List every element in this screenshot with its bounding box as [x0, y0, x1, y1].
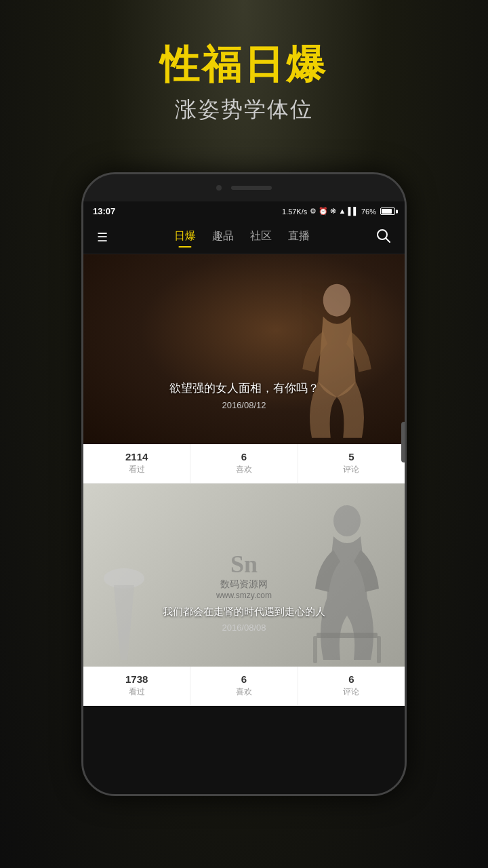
- content-area[interactable]: 欲望强的女人面相，有你吗？ 2016/08/12 2114 看过 6 喜欢: [83, 254, 405, 794]
- svg-rect-5: [313, 636, 317, 663]
- article-date-2: 2016/08/08: [83, 623, 405, 633]
- svg-point-2: [323, 283, 351, 316]
- status-icons: ⚙ ⏰ ❋ ▲ ▌▌: [310, 207, 359, 216]
- app-title-main: 性福日爆: [0, 41, 488, 88]
- phone-screen: 13:07 1.57K/s ⚙ ⏰ ❋ ▲ ▌▌ 76% ☰ 日爆 趣品 社区: [83, 201, 405, 794]
- stat-views-number-1: 2114: [125, 451, 148, 462]
- stat-comments-label-2: 评论: [343, 686, 359, 698]
- article-text-overlay-1: 欲望强的女人面相，有你吗？ 2016/08/12: [83, 380, 405, 410]
- phone-top-bar: [83, 174, 405, 201]
- article-text-overlay-2: 我们都会在走肾的时代遇到走心的人 2016/08/08: [83, 606, 405, 633]
- article-card-1[interactable]: 欲望强的女人面相，有你吗？ 2016/08/12 2114 看过 6 喜欢: [83, 254, 405, 484]
- stat-likes-1: 6 喜欢: [190, 444, 298, 483]
- svg-rect-6: [377, 636, 381, 663]
- tab-shequ[interactable]: 社区: [250, 229, 272, 246]
- tab-ribao[interactable]: 日爆: [174, 229, 196, 246]
- article-card-2[interactable]: Sn 数码资源网 www.smzy.com: [83, 484, 405, 706]
- battery-icon: [380, 208, 395, 215]
- camera-dot: [216, 185, 222, 191]
- speaker-bar: [231, 186, 272, 190]
- article-image-2: Sn 数码资源网 www.smzy.com: [83, 484, 405, 667]
- watermark-logo: Sn: [216, 550, 272, 578]
- stat-comments-label-1: 评论: [343, 464, 359, 475]
- article-image-1: 欲望强的女人面相，有你吗？ 2016/08/12: [83, 254, 405, 444]
- status-network: 1.57K/s: [282, 208, 307, 216]
- status-bar: 13:07 1.57K/s ⚙ ⏰ ❋ ▲ ▌▌ 76%: [83, 201, 405, 222]
- stat-views-number-2: 1738: [125, 673, 148, 685]
- side-button: [401, 422, 407, 462]
- stat-comments-2: 6 评论: [298, 667, 405, 705]
- stats-row-2: 1738 看过 6 喜欢 6 评论: [83, 667, 405, 706]
- nav-bar: ☰ 日爆 趣品 社区 直播: [83, 222, 405, 254]
- phone-container: 13:07 1.57K/s ⚙ ⏰ ❋ ▲ ▌▌ 76% ☰ 日爆 趣品 社区: [0, 172, 488, 796]
- stat-comments-number-1: 5: [348, 451, 354, 462]
- svg-line-1: [386, 238, 390, 242]
- stat-likes-number-2: 6: [241, 673, 247, 685]
- menu-icon[interactable]: ☰: [90, 230, 115, 245]
- status-time: 13:07: [93, 206, 115, 216]
- stat-views-label-2: 看过: [129, 686, 145, 698]
- figure-svg-2: [303, 504, 391, 667]
- tab-qupin[interactable]: 趣品: [212, 229, 234, 246]
- nav-tabs: 日爆 趣品 社区 直播: [115, 229, 369, 246]
- stat-likes-2: 6 喜欢: [190, 667, 298, 705]
- stat-likes-label-2: 喜欢: [236, 686, 252, 698]
- tab-zhibo[interactable]: 直播: [288, 229, 310, 246]
- stats-row-1: 2114 看过 6 喜欢 5 评论: [83, 444, 405, 484]
- svg-rect-4: [317, 633, 378, 638]
- stat-likes-number-1: 6: [241, 451, 247, 462]
- article-title-2: 我们都会在走肾的时代遇到走心的人: [83, 606, 405, 618]
- article-title-1: 欲望强的女人面相，有你吗？: [83, 380, 405, 396]
- battery-fill: [382, 209, 392, 214]
- stat-likes-label-1: 喜欢: [236, 464, 252, 475]
- watermark: Sn 数码资源网 www.smzy.com: [216, 550, 272, 600]
- watermark-url: www.smzy.com: [216, 591, 272, 600]
- stat-views-2: 1738 看过: [83, 667, 190, 705]
- stat-views-label-1: 看过: [129, 464, 145, 475]
- phone-mockup: 13:07 1.57K/s ⚙ ⏰ ❋ ▲ ▌▌ 76% ☰ 日爆 趣品 社区: [81, 172, 407, 796]
- watermark-site: 数码资源网: [216, 578, 272, 591]
- search-icon[interactable]: [369, 229, 398, 247]
- header-area: 性福日爆 涨姿势学体位: [0, 0, 488, 152]
- status-right: 1.57K/s ⚙ ⏰ ❋ ▲ ▌▌ 76%: [282, 207, 395, 216]
- stat-comments-number-2: 6: [348, 673, 354, 685]
- svg-point-3: [333, 505, 361, 536]
- stat-views-1: 2114 看过: [83, 444, 190, 483]
- battery-percent: 76%: [361, 208, 376, 216]
- figure-svg-1: [289, 281, 384, 444]
- app-title-sub: 涨姿势学体位: [0, 95, 488, 125]
- article-date-1: 2016/08/12: [83, 400, 405, 410]
- stat-comments-1: 5 评论: [298, 444, 405, 483]
